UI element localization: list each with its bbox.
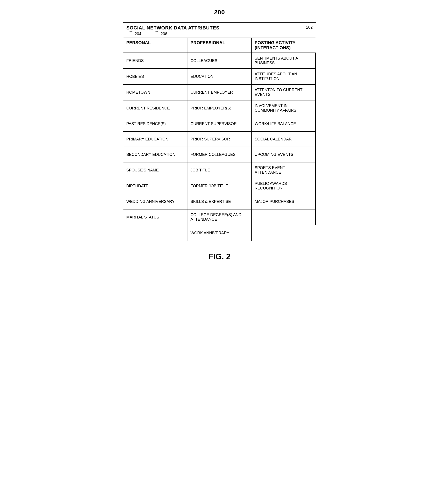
table-cell: PRIOR EMPLOYER(S): [187, 100, 252, 116]
table-cell: COLLEAGUES: [187, 53, 252, 69]
table-cell: CURRENT RESIDENCE: [123, 100, 187, 116]
col-header-posting: POSTING ACTIVITY (INTERACTIONS): [252, 38, 316, 52]
table-cell: PRIOR SUPERVISOR: [187, 132, 252, 147]
table-cell: EDUCATION: [187, 69, 252, 85]
table-cell: SKILLS & EXPERTISE: [187, 194, 252, 209]
table-wrapper: SOCIAL NETWORK DATA ATTRIBUTES ⌒ 204 ⌒ 2…: [123, 23, 316, 241]
table-cell: FORMER JOB TITLE: [187, 178, 252, 194]
table-cell: [252, 225, 316, 241]
table-cell: PRIMARY EDUCATION: [123, 132, 187, 147]
table-cell: ATTENTON TO CURRENT EVENTS: [252, 85, 316, 100]
table-cell: CURRENT SUPERVISOR: [187, 116, 252, 132]
table-cell: BIRTHDATE: [123, 178, 187, 194]
table-cell: SOCIAL CALENDAR: [252, 132, 316, 147]
table-cell: HOMETOWN: [123, 85, 187, 100]
table-cell: INVOLVEMENT IN COMMUNITY AFFAIRS: [252, 100, 316, 116]
table-cell: UPCOMING EVENTS: [252, 147, 316, 162]
page-number: 200: [214, 9, 225, 16]
table-cell: [123, 225, 187, 241]
table-cell: COLLEGE DEGREE(S) AND ATTENDANCE: [187, 209, 252, 225]
table-cell: WORK ANNIVERARY: [187, 225, 252, 241]
table-cell: FORMER COLLEAGUES: [187, 147, 252, 162]
table-header: SOCIAL NETWORK DATA ATTRIBUTES ⌒ 204 ⌒ 2…: [123, 23, 316, 38]
table-title: SOCIAL NETWORK DATA ATTRIBUTES: [126, 25, 220, 31]
table-cell: SPORTS EVENT ATTENDANCE: [252, 162, 316, 178]
table-cell: JOB TITLE: [187, 162, 252, 178]
data-rows: FRIENDSCOLLEAGUESSENTIMENTS ABOUT A BUSI…: [123, 53, 316, 241]
top-right-number: 202: [306, 25, 313, 30]
table-cell: FRIENDS: [123, 53, 187, 69]
table-cell: SENTIMENTS ABOUT A BUSINESS: [252, 53, 316, 69]
table-cell: [252, 209, 316, 225]
table-cell: PAST RESIDENCE(S): [123, 116, 187, 132]
table-cell: SECONDARY EDUCATION: [123, 147, 187, 162]
table-cell: MARITAL STATUS: [123, 209, 187, 225]
table-cell: ATTITUDES ABOUT AN INSTITUTION: [252, 69, 316, 85]
table-cell: CURRENT EMPLOYER: [187, 85, 252, 100]
table-cell: MAJOR PURCHASES: [252, 194, 316, 209]
table-cell: PUBLIC AWARDS RECOGNITION: [252, 178, 316, 194]
table-cell: WEDDING ANNIVERSARY: [123, 194, 187, 209]
col-headers-row: PERSONAL PROFESSIONAL POSTING ACTIVITY (…: [123, 38, 316, 53]
col-header-professional: PROFESSIONAL: [187, 38, 252, 52]
table-cell: SPOUSE'S NAME: [123, 162, 187, 178]
table-cell: HOBBIES: [123, 69, 187, 85]
annotation-left: ⌒ 204: [129, 32, 141, 36]
table-cell: WORK/LIFE BALANCE: [252, 116, 316, 132]
annotation-right: ⌒ 206: [155, 32, 167, 36]
col-header-personal: PERSONAL: [123, 38, 187, 52]
fig-label: FIG. 2: [208, 252, 231, 261]
